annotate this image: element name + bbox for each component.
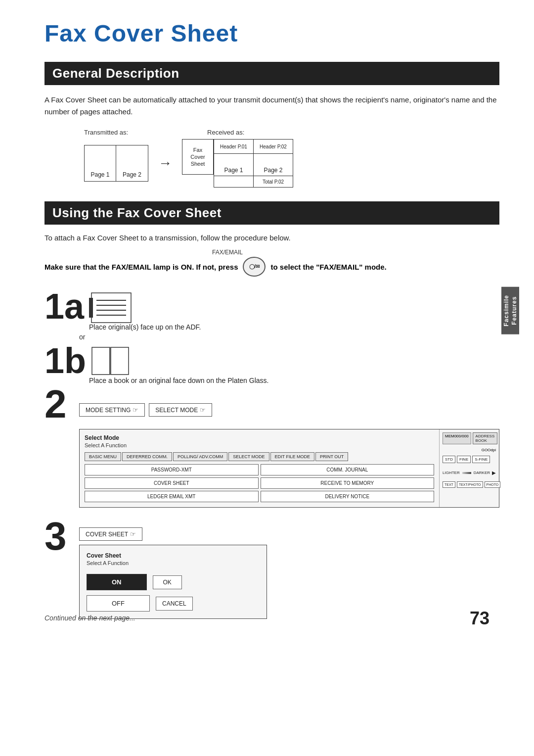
mode-setting-button[interactable]: MODE SETTING ☞ [79, 403, 145, 417]
photo-row: TEXT TEXT/PHOTO PHOTO [443, 481, 496, 488]
screen-right-panel: MEM000/000 ADDRESS BOOK GOOdpi STD FINE … [440, 429, 499, 507]
goodpi-label: GOOdpi [443, 448, 496, 452]
sidebar-tab: Facsimile Features [501, 287, 519, 334]
header-p01: Header P.01 [214, 140, 254, 153]
select-mode-button[interactable]: SELECT MODE ☞ [149, 403, 212, 417]
tab-deferred-comm[interactable]: DEFERRED COMM. [122, 452, 172, 461]
header-p02: Header P.02 [254, 140, 293, 153]
cursor-icon-1: ☞ [133, 406, 138, 414]
lighter-darker-row: LIGHTER DARKER ▶ [443, 470, 496, 475]
darker-label: DARKER [474, 471, 490, 475]
step-2-buttons[interactable]: MODE SETTING ☞ SELECT MODE ☞ [79, 403, 212, 417]
lighter-label: LIGHTER [443, 471, 460, 475]
sidebar-label-line2: Features [511, 296, 518, 325]
or-text: or [79, 333, 499, 341]
cs-on-button[interactable]: ON [87, 574, 147, 590]
s-fine-button[interactable]: S-FINE [472, 456, 490, 463]
fax-email-button-icon: ◯/✉ [243, 257, 266, 277]
total-p02 [214, 176, 254, 187]
tab-basic-menu[interactable]: BASIC MENU [85, 452, 121, 461]
cover-sheet-button[interactable]: COVER SHEET ☞ [79, 527, 142, 541]
step-2-screen: Select Mode Select A Function BASIC MENU… [79, 429, 499, 508]
cursor-icon-2: ☞ [200, 406, 206, 414]
adf-icon [89, 290, 134, 325]
step-1a-label: 1a [44, 288, 84, 324]
screen-buttons-grid: PASSWORD-XMT COMM. JOURNAL COVER SHEET R… [85, 464, 434, 502]
cs-off-button[interactable]: OFF [87, 595, 150, 612]
received-page1: Page 1 [214, 154, 254, 176]
using-intro-text: To attach a Fax Cover Sheet to a transmi… [44, 234, 499, 242]
screen-btn-ledger-email[interactable]: LEDGER EMAIL XMT [85, 491, 259, 502]
transmitted-page2: Page 2 [116, 145, 148, 181]
svg-rect-5 [89, 298, 93, 318]
section-header-using: Using the Fax Cover Sheet [44, 201, 499, 225]
general-description-text: A Fax Cover Sheet can be automatically a… [44, 94, 499, 118]
cs-screen-title: Cover Sheet [87, 552, 260, 559]
arrow-icon: → [158, 155, 172, 171]
darker-arrow: ▶ [492, 470, 496, 475]
cs-screen-subtitle: Select A Function [87, 560, 260, 566]
step-1a-desc: Place original(s) face up on the ADF. [89, 323, 499, 331]
step-3-button-row[interactable]: COVER SHEET ☞ [79, 527, 267, 541]
step-3-block: 3 COVER SHEET ☞ Cover Sheet Select A Fun… [44, 517, 499, 619]
std-button[interactable]: STD [443, 456, 455, 463]
svg-rect-0 [91, 293, 131, 323]
platen-icon [91, 345, 131, 377]
screen-subtitle: Select A Function [85, 442, 434, 448]
sidebar-label-line1: Facsimile [503, 295, 510, 327]
screen-title: Select Mode [85, 434, 434, 441]
cs-buttons-group: ON OK OFF CANCEL [87, 574, 260, 612]
cs-on-row: ON OK [87, 574, 260, 590]
text-photo-button[interactable]: TEXT/PHOTO [457, 481, 483, 488]
quality-row: STD FINE S-FINE [443, 456, 496, 463]
cs-off-row: OFF CANCEL [87, 595, 260, 612]
received-label: Received as: [207, 129, 244, 136]
cs-cancel-button[interactable]: CANCEL [156, 597, 193, 611]
tab-print-out[interactable]: PRINT OUT [315, 452, 348, 461]
section-header-general: General Description [44, 62, 499, 85]
step-1b-block: 1b [44, 343, 499, 378]
memory-indicator: MEM000/000 [443, 432, 471, 444]
step-2-block: 2 MODE SETTING ☞ SELECT MODE ☞ [44, 384, 499, 424]
step-1a-block: 1a [44, 288, 499, 325]
text-button[interactable]: TEXT [443, 481, 455, 488]
tab-select-mode[interactable]: SELECT MODE [228, 452, 269, 461]
step-2-number: 2 [44, 384, 74, 424]
fax-cover-box: FaxCoverSheet [182, 139, 214, 175]
received-page2: Page 2 [254, 154, 293, 176]
screen-btn-cover-sheet[interactable]: COVER SHEET [85, 477, 259, 489]
screen-btn-receive-memory[interactable]: RECEIVE TO MEMORY [261, 477, 435, 489]
screen-btn-delivery-notice[interactable]: DELIVERY NOTICE [261, 491, 435, 502]
cs-ok-button[interactable]: OK [153, 575, 182, 589]
cursor-icon-3: ☞ [130, 530, 136, 538]
transmitted-page1: Page 1 [85, 145, 116, 181]
screen-tabs[interactable]: BASIC MENU DEFERRED COMM. POLLING/ ADV.C… [85, 452, 434, 461]
fax-email-label: FAX/EMAIL [143, 249, 312, 256]
cover-sheet-screen: Cover Sheet Select A Function ON OK OFF … [79, 545, 267, 619]
photo-button[interactable]: PHOTO [485, 481, 501, 488]
screen-btn-password-xmt[interactable]: PASSWORD-XMT [85, 464, 259, 475]
page-number: 73 [470, 608, 490, 629]
step-3-number: 3 [44, 517, 74, 556]
page-title: Fax Cover Sheet [44, 20, 499, 47]
tab-edit-file[interactable]: EDIT FILE MODE [270, 452, 314, 461]
total-p02-val: Total P.02 [254, 176, 293, 187]
address-book-button[interactable]: ADDRESS BOOK [473, 432, 498, 444]
transmitted-label: Transmitted as: [84, 129, 128, 136]
step-1b-label: 1b [44, 343, 86, 378]
step-1b-desc: Place a book or an original face down on… [89, 377, 499, 384]
bold-instruction: Make sure that the FAX/EMAIL lamp is ON.… [44, 257, 499, 277]
svg-rect-7 [111, 347, 129, 375]
screen-btn-comm-journal[interactable]: COMM. JOURNAL [261, 464, 435, 475]
continued-text: Continued on the next page... [44, 614, 135, 622]
svg-rect-6 [92, 347, 110, 375]
fine-button[interactable]: FINE [457, 456, 471, 463]
tab-polling[interactable]: POLLING/ ADV.COMM [173, 452, 227, 461]
